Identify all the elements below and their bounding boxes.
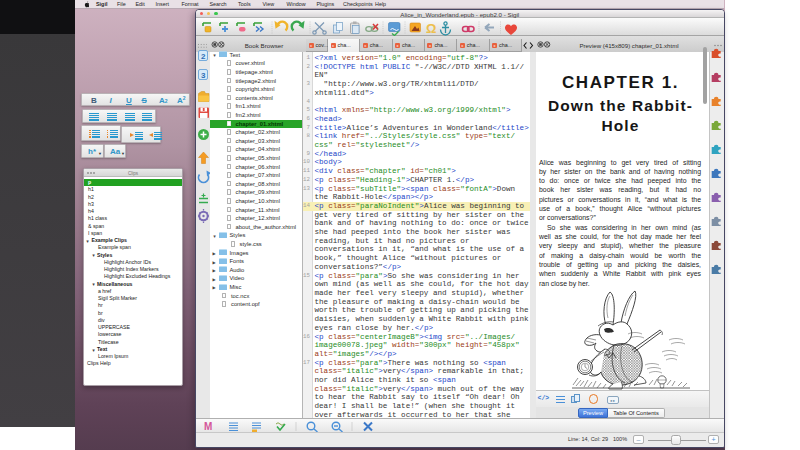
svg-text:2: 2 xyxy=(201,51,206,60)
svg-text:M: M xyxy=(204,421,212,432)
svg-text:Ω: Ω xyxy=(426,21,436,36)
svg-text:Preview (415x809) chapter_01.x: Preview (415x809) chapter_01.xhtml xyxy=(579,41,678,48)
svg-text:3: 3 xyxy=(201,70,206,79)
svg-text:Book Browser: Book Browser xyxy=(245,41,284,48)
